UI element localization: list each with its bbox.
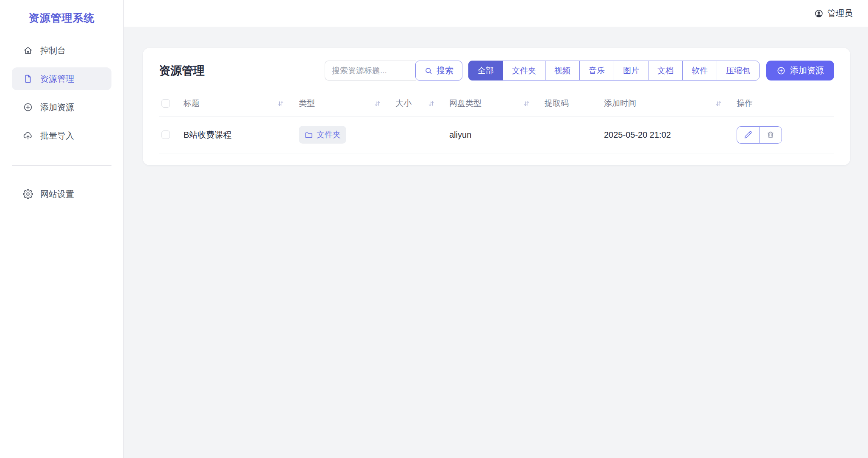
table-header-row: 标题 类型 [159, 91, 834, 117]
user-menu[interactable]: 管理员 [814, 8, 853, 19]
pencil-icon [744, 130, 752, 139]
search-button[interactable]: 搜索 [415, 61, 462, 80]
row-disk-type: aliyun [447, 117, 542, 153]
table-row: B站收费课程 文件夹 [159, 117, 834, 153]
sidebar-item-label: 添加资源 [40, 102, 74, 113]
column-label: 操作 [737, 99, 753, 108]
action-group [737, 126, 782, 144]
search-input[interactable] [325, 61, 416, 80]
folder-icon [304, 130, 313, 139]
filter-document[interactable]: 文档 [648, 61, 683, 80]
column-label: 类型 [299, 98, 315, 109]
row-size [393, 117, 447, 153]
filter-archive[interactable]: 压缩包 [717, 61, 760, 80]
resource-card: 资源管理 搜索 全部 文件夹 视频 [143, 48, 850, 165]
sidebar-nav: 控制台 资源管理 添加资源 [0, 35, 123, 153]
sidebar-item-label: 网站设置 [40, 189, 74, 200]
document-icon [23, 74, 33, 84]
search-icon [424, 67, 433, 75]
search-button-label: 搜索 [437, 65, 453, 76]
sidebar-item-label: 批量导入 [40, 130, 74, 142]
type-badge-label: 文件夹 [317, 129, 341, 140]
filter-video[interactable]: 视频 [545, 61, 580, 80]
column-label: 网盘类型 [449, 98, 481, 109]
sort-icon[interactable] [715, 100, 722, 107]
column-actions: 操作 [734, 91, 834, 117]
resource-table: 标题 类型 [159, 91, 834, 153]
sidebar-item-resources[interactable]: 资源管理 [12, 67, 111, 90]
column-title[interactable]: 标题 [181, 91, 296, 117]
app-title: 资源管理系统 [0, 0, 123, 35]
sort-icon[interactable] [428, 100, 435, 107]
delete-button[interactable] [759, 126, 782, 144]
person-circle-icon [814, 9, 823, 18]
column-label: 添加时间 [604, 98, 636, 109]
column-label: 大小 [395, 98, 412, 109]
gear-icon [23, 189, 33, 199]
sidebar-item-label: 控制台 [40, 45, 66, 56]
column-label: 标题 [184, 98, 200, 109]
column-size[interactable]: 大小 [393, 91, 447, 117]
filter-software[interactable]: 软件 [682, 61, 717, 80]
plus-circle-icon [23, 102, 33, 112]
column-extract-code: 提取码 [542, 91, 601, 117]
select-all-checkbox[interactable] [161, 99, 170, 108]
filter-group: 全部 文件夹 视频 音乐 图片 文档 软件 压缩包 [468, 61, 760, 80]
sidebar-divider [12, 165, 111, 166]
edit-button[interactable] [737, 126, 760, 144]
column-type[interactable]: 类型 [296, 91, 393, 117]
row-added-time: 2025-05-20 21:02 [601, 117, 734, 153]
column-added-time[interactable]: 添加时间 [601, 91, 734, 117]
content-area: 资源管理 搜索 全部 文件夹 视频 [124, 27, 868, 165]
add-resource-label: 添加资源 [790, 65, 824, 76]
filter-folder[interactable]: 文件夹 [503, 61, 545, 80]
column-label: 提取码 [545, 99, 569, 108]
header-select-cell [159, 91, 181, 117]
topbar: 管理员 [124, 0, 868, 27]
row-title: B站收费课程 [181, 117, 296, 153]
sidebar-item-label: 资源管理 [40, 73, 74, 85]
trash-icon [766, 130, 775, 139]
filter-music[interactable]: 音乐 [579, 61, 614, 80]
sort-icon[interactable] [277, 100, 284, 107]
cloud-upload-icon [23, 130, 33, 141]
filter-image[interactable]: 图片 [614, 61, 648, 80]
main-column: 管理员 资源管理 搜索 [124, 0, 868, 458]
search-group: 搜索 [325, 61, 462, 80]
sidebar: 资源管理系统 控制台 资源管理 [0, 0, 124, 458]
row-type-cell: 文件夹 [296, 117, 393, 153]
plus-circle-icon [776, 66, 786, 75]
column-disk-type[interactable]: 网盘类型 [447, 91, 542, 117]
row-select-cell [159, 117, 181, 153]
row-checkbox[interactable] [161, 130, 170, 139]
sort-icon[interactable] [523, 100, 530, 107]
home-icon [23, 45, 33, 56]
sort-icon[interactable] [374, 100, 381, 107]
sidebar-item-site-settings[interactable]: 网站设置 [12, 183, 111, 205]
row-extract-code [542, 117, 601, 153]
sidebar-nav-bottom: 网站设置 [0, 178, 123, 211]
sidebar-item-console[interactable]: 控制台 [12, 39, 111, 62]
row-actions-cell [734, 117, 834, 153]
type-badge: 文件夹 [299, 126, 346, 144]
user-label: 管理员 [827, 8, 853, 19]
sidebar-item-add-resource[interactable]: 添加资源 [12, 96, 111, 119]
sidebar-item-batch-import[interactable]: 批量导入 [12, 124, 111, 147]
card-header: 资源管理 搜索 全部 文件夹 视频 [159, 61, 834, 80]
filter-all[interactable]: 全部 [468, 61, 503, 80]
add-resource-button[interactable]: 添加资源 [766, 61, 834, 80]
page-title: 资源管理 [159, 63, 205, 78]
